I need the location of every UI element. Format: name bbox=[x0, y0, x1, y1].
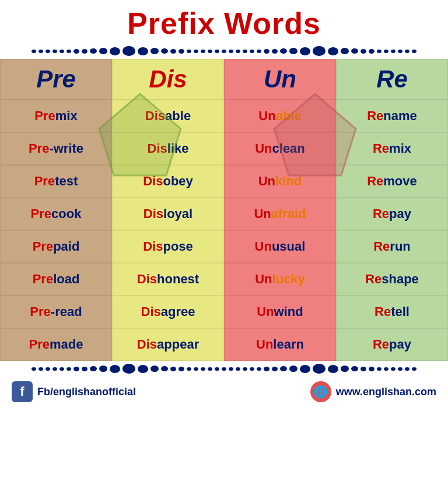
word-cell: Unable bbox=[224, 100, 336, 132]
word-cell: Unusual bbox=[224, 230, 336, 263]
suffix-text: cook bbox=[51, 206, 81, 221]
prefix-text: Un bbox=[254, 206, 271, 221]
prefix-text: Un bbox=[258, 108, 275, 123]
prefix-text: Dis bbox=[144, 206, 163, 221]
prefix-text: Pre bbox=[31, 206, 51, 221]
top-dot-separator bbox=[0, 43, 448, 59]
suffix-text: -read bbox=[51, 304, 82, 319]
suffix-text: mix bbox=[389, 141, 411, 156]
suffix-text: like bbox=[167, 141, 189, 156]
footer-right: 🌐 www.englishan.com bbox=[310, 381, 436, 402]
suffix-text: -write bbox=[49, 141, 83, 156]
suffix-text: move bbox=[383, 174, 416, 188]
header-re: Re bbox=[336, 59, 448, 100]
prefix-text: Re bbox=[373, 206, 389, 221]
word-cell: Disable bbox=[112, 100, 224, 132]
footer-left: f Fb/englishanofficial bbox=[12, 381, 136, 402]
suffix-text: clean bbox=[272, 141, 305, 156]
suffix-text: afraid bbox=[271, 206, 306, 221]
prefix-text: Re bbox=[367, 108, 383, 123]
suffix-text: run bbox=[390, 239, 410, 254]
suffix-text: loyal bbox=[163, 206, 192, 221]
word-cell: Dishonest bbox=[112, 263, 224, 296]
word-cell: Pretest bbox=[0, 165, 112, 198]
word-cell: Disagree bbox=[112, 296, 224, 328]
word-cell: Pre-write bbox=[0, 132, 112, 165]
prefix-text: Pre bbox=[33, 272, 53, 286]
word-cell: Repay bbox=[336, 198, 448, 230]
word-cell: Disloyal bbox=[112, 198, 224, 230]
word-cell: Preload bbox=[0, 263, 112, 296]
suffix-text: paid bbox=[53, 239, 79, 254]
suffix-text: honest bbox=[157, 272, 199, 286]
suffix-text: pay bbox=[389, 337, 411, 352]
suffix-text: appear bbox=[157, 337, 199, 352]
word-cell: Remove bbox=[336, 165, 448, 198]
prefix-text: Re bbox=[373, 239, 390, 254]
word-cell: Repay bbox=[336, 328, 448, 361]
header-pre: Pre bbox=[0, 59, 112, 100]
suffix-text: mix bbox=[55, 108, 78, 123]
suffix-text: learn bbox=[273, 337, 304, 352]
word-cell: Dislike bbox=[112, 132, 224, 165]
word-cell: Disappear bbox=[112, 328, 224, 361]
suffix-text: load bbox=[53, 272, 79, 286]
word-cell: Precook bbox=[0, 198, 112, 230]
word-cell: Rename bbox=[336, 100, 448, 132]
suffix-text: pose bbox=[163, 239, 192, 254]
prefix-text: Re bbox=[373, 141, 389, 156]
bottom-dot-separator bbox=[0, 361, 448, 377]
word-cell: Remix bbox=[336, 132, 448, 165]
suffix-text: wind bbox=[274, 304, 303, 319]
footer: f Fb/englishanofficial 🌐 www.englishan.c… bbox=[0, 377, 448, 407]
word-cell: Pre-read bbox=[0, 296, 112, 328]
word-cell: Reshape bbox=[336, 263, 448, 296]
prefix-text: Dis bbox=[137, 272, 157, 286]
prefix-text: Pre bbox=[33, 239, 53, 254]
word-cell: Unwind bbox=[224, 296, 336, 328]
footer-right-text: www.englishan.com bbox=[336, 386, 436, 398]
header-dis: Dis bbox=[112, 59, 224, 100]
suffix-text: obey bbox=[163, 174, 192, 188]
word-cell: Unlucky bbox=[224, 263, 336, 296]
header-un: Un bbox=[224, 59, 336, 100]
page-wrapper: Prefix Words Pre Dis Un Re PremixDisable… bbox=[0, 0, 448, 407]
prefix-text: Dis bbox=[137, 337, 157, 352]
word-cell: Premade bbox=[0, 328, 112, 361]
prefix-text: Dis bbox=[143, 239, 163, 254]
prefix-text: Pre bbox=[30, 304, 50, 319]
prefix-text: Un bbox=[255, 239, 272, 254]
globe-icon: 🌐 bbox=[310, 381, 331, 402]
prefix-text: Pre bbox=[29, 141, 49, 156]
words-grid: PremixDisableUnableRenamePre-writeDislik… bbox=[0, 100, 448, 361]
prefix-text: Un bbox=[255, 272, 272, 286]
suffix-text: usual bbox=[272, 239, 305, 254]
suffix-text: able bbox=[165, 108, 191, 123]
suffix-text: pay bbox=[389, 206, 411, 221]
prefix-text: Re bbox=[365, 272, 382, 286]
facebook-icon: f bbox=[12, 381, 33, 402]
prefix-text: Un bbox=[258, 174, 275, 188]
prefix-text: Re bbox=[367, 174, 383, 188]
prefix-text: Re bbox=[374, 304, 391, 319]
prefix-text: Dis bbox=[141, 304, 161, 319]
prefix-text: Un bbox=[256, 337, 273, 352]
prefix-text: Dis bbox=[143, 174, 163, 188]
suffix-text: lucky bbox=[272, 272, 305, 286]
suffix-text: agree bbox=[161, 304, 195, 319]
prefix-text: Dis bbox=[145, 108, 165, 123]
prefix-text: Pre bbox=[34, 174, 55, 188]
page-title: Prefix Words bbox=[0, 6, 448, 41]
title-bar: Prefix Words bbox=[0, 0, 448, 43]
suffix-text: kind bbox=[275, 174, 302, 188]
word-cell: Unafraid bbox=[224, 198, 336, 230]
word-cell: Prepaid bbox=[0, 230, 112, 263]
header-row: Pre Dis Un Re bbox=[0, 59, 448, 100]
suffix-text: able bbox=[276, 108, 302, 123]
prefix-text: Un bbox=[257, 304, 274, 319]
word-cell: Premix bbox=[0, 100, 112, 132]
suffix-text: name bbox=[383, 108, 416, 123]
word-cell: Unclean bbox=[224, 132, 336, 165]
word-cell: Rerun bbox=[336, 230, 448, 263]
table-container: Pre Dis Un Re PremixDisableUnableRenameP… bbox=[0, 59, 448, 361]
